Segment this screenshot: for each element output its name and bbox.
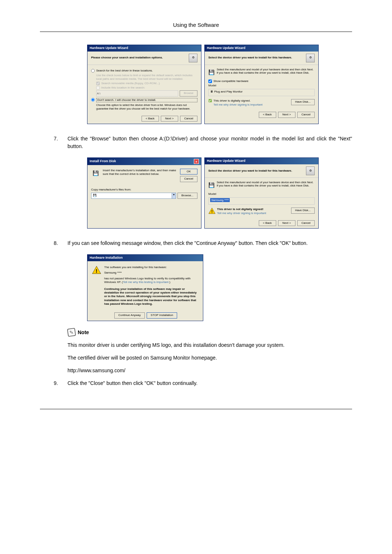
note-icon: ✎ [67, 328, 76, 337]
install-disk-desc: Insert the manufacturer's installation d… [103, 169, 177, 176]
dialog-title-bar: Hardware Installation [87, 255, 203, 261]
wizard-dialog-select-driver-2: Hardware Update Wizard Select the device… [204, 157, 319, 229]
note-paragraph-1: This monitor driver is under certifying … [68, 341, 352, 349]
install-from-disk-dialog: Install From Disk × 💾 Insert the manufac… [87, 157, 201, 229]
dialog-title: Hardware Update Wizard [207, 159, 245, 163]
wizard-desc: Select the manufacturer and model of you… [217, 68, 315, 75]
model-list[interactable]: 🖥 Plug and Play Monitor [208, 89, 315, 96]
step-text: Click the "Close" button then click "OK"… [68, 379, 352, 387]
checkbox-include-location [96, 86, 100, 90]
continue-anyway-button[interactable]: Continue Anyway [114, 312, 145, 318]
signed-text: This driver is digitally signed. [213, 99, 262, 103]
svg-text:!: ! [211, 209, 213, 214]
browse-button-disabled: Browse [180, 90, 197, 96]
have-disk-button[interactable]: Have Disk... [291, 99, 315, 105]
radio-search-desc: Use the check boxes below to limit or ex… [91, 74, 197, 81]
model-label: Model [208, 192, 315, 196]
back-button[interactable]: < Back [259, 112, 276, 118]
warning-icon: ! [208, 208, 216, 214]
dialog-title: Hardware Update Wizard [207, 46, 245, 50]
checkbox-show-compatible[interactable] [208, 79, 212, 83]
dialog-title-bar: Hardware Update Wizard [205, 45, 318, 52]
wizard-desc: Select the manufacturer and model of you… [217, 181, 315, 188]
cancel-button[interactable]: Cancel [180, 176, 197, 182]
dropdown-icon[interactable]: ▾ [172, 193, 176, 198]
screenshot-row-2: Install From Disk × 💾 Insert the manufac… [54, 157, 352, 229]
screenshot-row-1: Hardware Update Wizard Please choose you… [54, 45, 352, 124]
step-number: 7. [54, 135, 62, 150]
next-button[interactable]: Next > [161, 116, 178, 122]
warning-icon: ! [92, 266, 101, 274]
hw-line1: The software you are installing for this… [104, 266, 199, 269]
stop-installation-button[interactable]: STOP Installation [147, 312, 177, 318]
signed-icon: ✅ [208, 99, 212, 107]
wizard-heading: Please choose your search and installati… [91, 56, 163, 59]
page-footer-line [40, 409, 352, 409]
model-list[interactable]: Samsung **** [208, 197, 315, 205]
dialog-title-bar: Hardware Update Wizard [205, 158, 318, 164]
dialog-title-bar: Install From Disk × [87, 158, 201, 165]
wizard-heading: Select the device driver you want to ins… [208, 56, 292, 59]
hw-bold-warning: Continuing your installation of this sof… [104, 287, 199, 306]
next-button[interactable]: Next > [278, 112, 295, 118]
back-button[interactable]: < Back [259, 220, 276, 226]
model-item: Plug and Play Monitor [214, 90, 242, 94]
note-title: Note [78, 329, 89, 335]
hardware-installation-dialog: Hardware Installation ! The software you… [87, 254, 203, 321]
checkbox-location-label: Include this location in the search: [101, 86, 145, 90]
checkbox-show-compatible-label: Show compatible hardware [213, 79, 249, 83]
ok-button[interactable]: OK [180, 169, 197, 175]
step-text: Click the "Browse" button then choose A:… [68, 135, 352, 150]
model-label: Model [208, 84, 315, 87]
cancel-button[interactable]: Cancel [180, 116, 197, 122]
wizard-icon: ⚙ [189, 54, 197, 62]
drive-path-input[interactable] [98, 193, 172, 198]
cancel-button[interactable]: Cancel [297, 112, 315, 118]
testing-link[interactable]: Tell me why this testing is important. [123, 280, 169, 284]
dialog-title-bar: Hardware Update Wizard [87, 45, 201, 52]
floppy-icon: 💾 [208, 181, 215, 189]
floppy-icon: 💾 [208, 68, 215, 77]
radio-search-best-label: Search for the best driver in these loca… [96, 69, 197, 73]
browse-button[interactable]: Browse... [177, 193, 197, 198]
monitor-icon: 🖥 [210, 90, 213, 94]
radio-search-best[interactable] [91, 69, 95, 73]
path-input [96, 90, 178, 96]
step-number: 8. [54, 239, 62, 247]
dialog-title: Hardware Update Wizard [90, 46, 128, 50]
drive-icon: 💾 [91, 193, 98, 198]
not-signed-text: This driver is not digitally signed! [217, 208, 266, 211]
svg-text:!: ! [96, 268, 98, 274]
wizard-heading: Select the device driver you want to ins… [208, 169, 292, 173]
close-icon[interactable]: × [194, 159, 199, 164]
hw-line3: has not passed Windows Logo testing to v… [104, 277, 199, 284]
checkbox-removable [96, 82, 100, 85]
note-header: ✎ Note [68, 328, 352, 336]
wizard-icon: ⚙ [306, 167, 315, 175]
dialog-title: Install From Disk [90, 159, 116, 164]
signing-link[interactable]: Tell me why driver signing is important [217, 212, 266, 215]
floppy-icon: 💾 [91, 169, 100, 177]
copy-files-label: Copy manufacturer's files from: [91, 188, 197, 192]
step-text: If you can see following message window,… [68, 239, 352, 247]
checkbox-removable-label: Search removable media (floppy, CD-ROM..… [101, 82, 160, 85]
wizard-icon: ⚙ [306, 54, 315, 62]
step-number: 9. [54, 379, 62, 387]
hw-line2: Samsung **** [104, 271, 199, 275]
signing-link[interactable]: Tell me why driver signing is important [213, 103, 262, 107]
note-url: http://www.samsung.com/ [68, 367, 352, 374]
radio-dont-search[interactable] [91, 98, 95, 102]
model-item-selected: Samsung **** [210, 198, 230, 202]
radio-dont-search-desc: Choose this option to select the device … [91, 103, 197, 111]
cancel-button[interactable]: Cancel [297, 220, 315, 226]
radio-dont-search-label: Don't search. I will choose the driver t… [96, 98, 197, 102]
note-paragraph-2: The certified driver will be posted on S… [68, 354, 352, 362]
back-button[interactable]: < Back [142, 116, 159, 122]
have-disk-button[interactable]: Have Disk... [291, 208, 315, 213]
dialog-title: Hardware Installation [90, 256, 123, 260]
wizard-dialog-search: Hardware Update Wizard Please choose you… [87, 45, 201, 124]
hw-line3-end: ) [169, 280, 170, 284]
next-button[interactable]: Next > [278, 220, 295, 226]
page-header: Using the Software [40, 22, 352, 32]
wizard-dialog-select-driver: Hardware Update Wizard Select the device… [204, 45, 319, 124]
